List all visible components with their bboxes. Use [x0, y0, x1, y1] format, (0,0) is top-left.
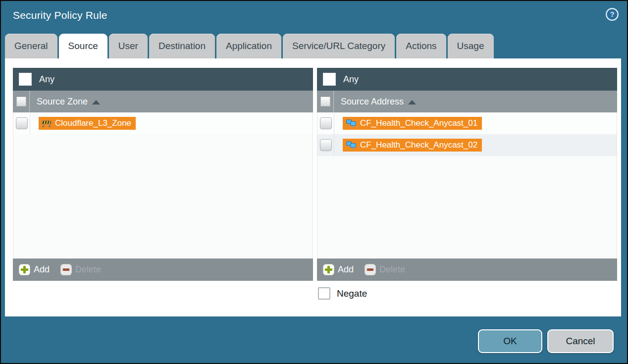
address-chip[interactable]: CF_Health_Check_Anycast_02 — [343, 139, 482, 152]
source-tab-content: Any Source Zone — [5, 58, 621, 316]
add-label: Add — [34, 264, 50, 275]
source-zone-any-checkbox[interactable] — [19, 73, 32, 86]
source-zone-any-label: Any — [39, 74, 54, 85]
source-zone-any-header: Any — [13, 68, 313, 91]
tab-source[interactable]: Source — [59, 34, 107, 58]
security-policy-rule-dialog: Security Policy Rule ? General Source Us… — [0, 0, 628, 364]
delete-label: Delete — [75, 264, 101, 275]
add-icon — [323, 264, 334, 275]
cancel-button[interactable]: Cancel — [547, 329, 614, 353]
svg-text:?: ? — [610, 10, 614, 18]
row-checkbox[interactable] — [320, 139, 332, 151]
sort-ascending-icon[interactable] — [408, 100, 416, 104]
source-zone-column-title[interactable]: Source Zone — [37, 97, 88, 107]
table-row[interactable]: Cloudflare_L3_Zone — [13, 112, 313, 134]
add-label: Add — [338, 264, 354, 275]
source-zone-rows: Cloudflare_L3_Zone — [13, 112, 313, 259]
source-address-footer: Add Delete — [317, 259, 617, 281]
add-icon — [19, 264, 30, 275]
source-address-any-checkbox[interactable] — [323, 73, 336, 86]
add-address-button[interactable]: Add — [323, 264, 354, 275]
source-zone-column-header: Source Zone — [13, 91, 313, 112]
tab-user[interactable]: User — [109, 34, 148, 58]
tab-application[interactable]: Application — [216, 34, 281, 58]
tab-destination[interactable]: Destination — [149, 34, 215, 58]
address-chip[interactable]: CF_Health_Check_Anycast_01 — [343, 117, 482, 130]
address-icon — [346, 141, 357, 149]
table-row[interactable]: CF_Health_Check_Anycast_02 — [317, 134, 617, 156]
source-zone-footer: Add Delete — [13, 259, 313, 281]
row-checkbox[interactable] — [320, 117, 332, 129]
tab-actions[interactable]: Actions — [396, 34, 446, 58]
source-zone-panel: Any Source Zone — [13, 68, 313, 281]
source-address-any-header: Any — [317, 68, 617, 91]
tab-usage[interactable]: Usage — [448, 34, 494, 58]
source-address-column-header: Source Address — [317, 91, 617, 112]
zone-icon — [42, 120, 52, 127]
source-address-any-label: Any — [343, 74, 359, 85]
address-icon — [346, 119, 357, 127]
source-address-column-title[interactable]: Source Address — [341, 97, 404, 107]
delete-icon — [365, 264, 376, 275]
negate-label: Negate — [337, 288, 367, 299]
title-bar: Security Policy Rule ? — [1, 1, 627, 32]
ok-button[interactable]: OK — [478, 329, 542, 353]
source-address-select-all-checkbox[interactable] — [320, 97, 330, 106]
negate-checkbox[interactable] — [318, 287, 330, 300]
delete-label: Delete — [379, 264, 405, 275]
zone-name: Cloudflare_L3_Zone — [55, 118, 131, 128]
address-name: CF_Health_Check_Anycast_01 — [360, 118, 477, 128]
help-icon[interactable]: ? — [605, 7, 619, 21]
tab-service-url-category[interactable]: Service/URL Category — [283, 34, 395, 58]
source-address-rows: CF_Health_Check_Anycast_01 — [317, 112, 617, 259]
delete-zone-button[interactable]: Delete — [60, 264, 101, 275]
negate-row: Negate — [318, 287, 367, 300]
source-address-panel: Any Source Address — [317, 68, 617, 281]
row-checkbox[interactable] — [16, 117, 28, 129]
zone-chip[interactable]: Cloudflare_L3_Zone — [39, 117, 136, 130]
tab-bar: General Source User Destination Applicat… — [5, 33, 494, 58]
tab-general[interactable]: General — [5, 34, 57, 58]
source-zone-select-all-checkbox[interactable] — [16, 97, 26, 106]
address-name: CF_Health_Check_Anycast_02 — [360, 140, 477, 150]
dialog-title: Security Policy Rule — [13, 9, 107, 21]
add-zone-button[interactable]: Add — [19, 264, 50, 275]
sort-ascending-icon[interactable] — [92, 100, 100, 104]
delete-icon — [60, 264, 72, 275]
delete-address-button[interactable]: Delete — [365, 264, 405, 275]
table-row[interactable]: CF_Health_Check_Anycast_01 — [317, 112, 617, 134]
